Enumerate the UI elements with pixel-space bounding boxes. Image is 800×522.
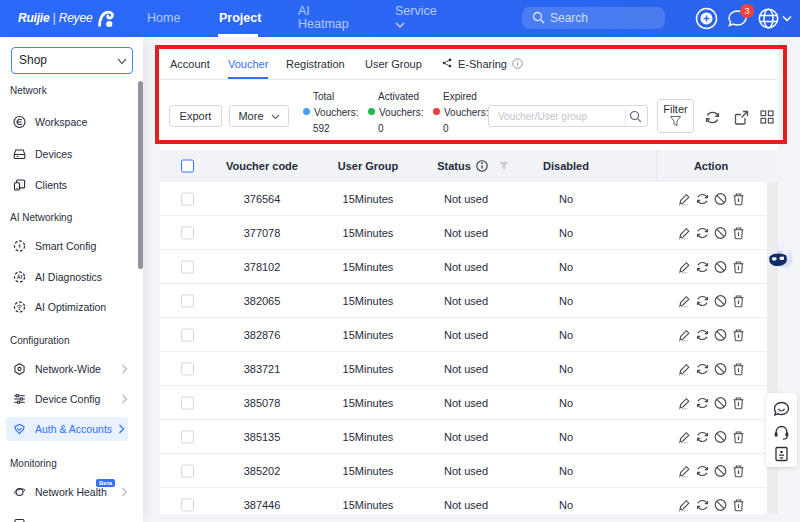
svg-text:AI: AI <box>17 274 23 280</box>
